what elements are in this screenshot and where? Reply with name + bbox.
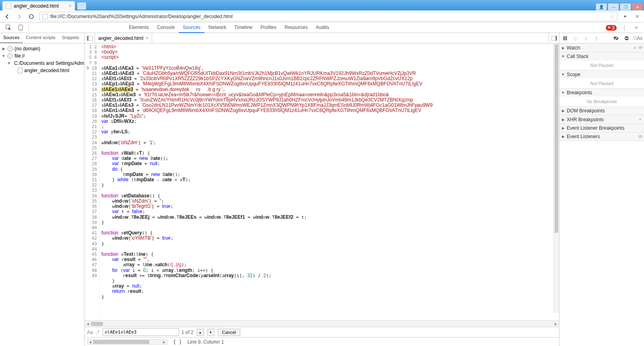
inspect-element-icon[interactable] (4, 23, 13, 32)
svg-point-9 (575, 39, 576, 40)
svg-point-11 (596, 40, 597, 41)
page-icon (42, 14, 48, 19)
domain-icon (7, 53, 13, 59)
device-mode-icon[interactable] (16, 23, 25, 32)
code-editor[interactable]: <html> <body> <script> xlAEa1xlAEa3 = 'V… (100, 44, 559, 320)
devtools-panel-audits[interactable]: Audits (312, 23, 333, 33)
find-matchcase-toggle[interactable]: Aa (87, 329, 93, 335)
tree-folder[interactable]: ▼ C:/Documents and Settings/Admi (0, 60, 84, 67)
step-over-button[interactable] (572, 34, 580, 42)
devtools-settings-icon[interactable]: ⋮ (620, 23, 629, 32)
deactivate-breakpoints-button[interactable] (612, 34, 620, 42)
sources-navigator: SourcesContent scriptsSnippets ▶ (no dom… (0, 33, 85, 346)
devtools-panel-sources[interactable]: Sources (179, 23, 204, 33)
browser-tab-title: angler_decoded.html (14, 3, 59, 9)
window-minimize-button[interactable]: — (608, 3, 619, 10)
browser-tab[interactable]: angler_decoded.html × (2, 1, 75, 10)
svg-rect-4 (87, 36, 89, 41)
dom-breakpoints-section-header[interactable]: ▶DOM Breakpoints (559, 107, 644, 115)
pretty-print-icon[interactable]: { } (173, 339, 182, 345)
window-user-icon[interactable]: 👤 (596, 3, 607, 10)
svg-rect-7 (564, 36, 565, 40)
url-input[interactable]: file:///C:/Documents%20and%20Settings/Ad… (39, 12, 617, 21)
address-bar: file:///C:/Documents%20and%20Settings/Ad… (0, 10, 644, 23)
devtools-panel-profiles[interactable]: Profiles (256, 23, 281, 33)
xhr-bp-add-icon[interactable]: ＋ (638, 116, 642, 122)
editor-tab-close-icon[interactable]: × (146, 35, 149, 41)
page-favicon-icon (6, 3, 11, 9)
reload-button[interactable] (27, 12, 35, 21)
event-listeners-refresh-icon[interactable]: ⟳ (639, 134, 642, 139)
editor-hscrollbar[interactable]: ◂▸ (85, 320, 559, 327)
find-next-button[interactable]: ▾ (207, 329, 215, 336)
tree-file-scheme[interactable]: ▼ file:// (0, 52, 84, 60)
editor-vscrollbar[interactable] (553, 44, 559, 313)
devtools-panel-resources[interactable]: Resources (281, 23, 312, 33)
find-cancel-button[interactable]: Cancel (218, 329, 240, 336)
new-tab-button[interactable] (77, 2, 86, 10)
devtools-panel-console[interactable]: Console (153, 23, 179, 33)
pause-on-exceptions-button[interactable] (623, 34, 631, 42)
devtools-panel-elements[interactable]: Elements (125, 23, 153, 33)
find-regex-toggle[interactable]: .* (96, 329, 99, 335)
error-count-badge[interactable]: 3 (606, 25, 617, 31)
toggle-navigator-icon[interactable] (85, 33, 95, 44)
tab-close-icon[interactable]: × (68, 3, 72, 8)
async-toggle[interactable]: ☐ As (633, 34, 642, 42)
step-into-button[interactable] (582, 34, 590, 42)
event-listener-bp-section-header[interactable]: ▶Event Listener Breakpoints (559, 124, 644, 132)
svg-rect-6 (555, 36, 557, 41)
breakpoints-body: No Breakpoints (559, 97, 644, 106)
editor-area: angler_decoded.html × 1 2 3 4 5 6 7 8 9 … (85, 33, 559, 346)
find-bar: Aa .* 1 of 2 ▴ ▾ Cancel (85, 327, 559, 337)
window-titlebar: angler_decoded.html × 👤 — ❐ ✕ (0, 0, 644, 10)
watch-add-icon[interactable]: ＋ (633, 45, 637, 51)
devtools-panel-network[interactable]: Network (204, 23, 230, 33)
svg-rect-14 (625, 38, 628, 39)
cursor-position: Line 9, Column 1 (188, 339, 224, 345)
nav-tab-sources[interactable]: Sources (0, 33, 23, 43)
editor-tab[interactable]: angler_decoded.html × (95, 33, 152, 44)
tree-file[interactable]: angler_decoded.html (0, 67, 84, 74)
toggle-debugger-icon[interactable] (549, 33, 559, 44)
window-close-button[interactable]: ✕ (632, 3, 643, 10)
chrome-menu-icon[interactable]: ≡ (634, 13, 641, 20)
file-icon (18, 68, 23, 73)
watch-refresh-icon[interactable]: ⟳ (639, 45, 642, 50)
nav-tab-content-scripts[interactable]: Content scripts (23, 33, 58, 43)
watch-section-header[interactable]: ▶Watch ＋ ⟳ (559, 44, 644, 52)
window-maximize-button[interactable]: ❐ (620, 3, 631, 10)
find-input[interactable] (103, 328, 179, 336)
debugger-panel: ☐ As ▶Watch ＋ ⟳ ▼Call Stack Not Paused ▼… (559, 33, 644, 346)
tree-no-domain[interactable]: ▶ (no domain) (0, 45, 84, 52)
editor-statusbar: ◂▸ { } Line 9, Column 1 (85, 337, 559, 346)
forward-button[interactable] (15, 12, 23, 21)
devtools-panel-timeline[interactable]: Timeline (230, 23, 256, 33)
scope-section-header[interactable]: ▼Scope (559, 70, 644, 79)
callstack-body: Not Paused (559, 60, 644, 70)
find-count: 1 of 2 (182, 329, 194, 335)
find-prev-button[interactable]: ▴ (197, 329, 204, 336)
back-button[interactable] (3, 12, 11, 21)
svg-rect-8 (566, 36, 567, 40)
step-out-button[interactable] (592, 34, 601, 42)
domain-icon (7, 46, 13, 52)
xhr-breakpoints-section-header[interactable]: ▶XHR Breakpoints ＋ (559, 115, 644, 124)
nav-tab-snippets[interactable]: Snippets (59, 33, 83, 43)
url-text: file:///C:/Documents%20and%20Settings/Ad… (50, 14, 233, 19)
svg-point-10 (586, 40, 586, 41)
devtools-close-icon[interactable]: × (632, 23, 641, 32)
statusbar-hscroll[interactable]: ◂▸ (87, 339, 167, 345)
extension-icon[interactable]: ✦ (621, 13, 629, 20)
devtools-toolbar: ElementsConsoleSourcesNetworkTimelinePro… (0, 23, 644, 33)
svg-point-2 (20, 29, 21, 30)
callstack-section-header[interactable]: ▼Call Stack (559, 52, 644, 60)
breakpoints-section-header[interactable]: ▼Breakpoints (559, 89, 644, 97)
bookmark-star-icon[interactable]: ☆ (610, 14, 615, 19)
pause-button[interactable] (561, 34, 569, 42)
event-listeners-section-header[interactable]: ▶Event Listeners ⟳ (559, 133, 644, 141)
scope-body: Not Paused (559, 79, 644, 88)
line-gutter[interactable]: 1 2 3 4 5 6 7 8 9 10 11 12 13 14 15 16 1… (85, 44, 100, 320)
